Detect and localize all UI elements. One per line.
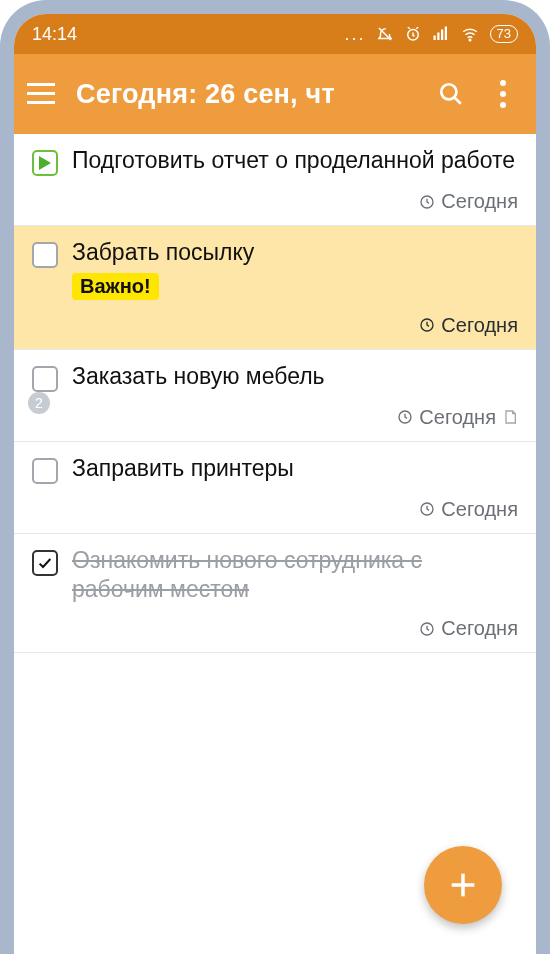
wifi-icon <box>460 25 480 43</box>
task-due-label: Сегодня <box>441 498 518 521</box>
search-button[interactable] <box>434 77 468 111</box>
menu-button[interactable] <box>24 77 58 111</box>
task-item[interactable]: Заправить принтеры Сегодня <box>14 442 536 534</box>
task-item[interactable]: Заказать новую мебель 2 Сегодня <box>14 350 536 442</box>
task-item[interactable]: Ознакомить нового сотрудника с рабочим м… <box>14 534 536 654</box>
page-title: Сегодня: 26 сен, чт <box>76 79 416 110</box>
task-checkbox[interactable] <box>32 242 58 268</box>
status-bar: 14:14 ... 73 <box>14 14 536 54</box>
note-icon <box>502 409 518 425</box>
task-due: Сегодня <box>32 190 518 213</box>
task-item[interactable]: Подготовить отчет о проделанной работе С… <box>14 134 536 226</box>
clock-icon <box>419 317 435 333</box>
svg-point-10 <box>441 84 456 99</box>
hamburger-icon <box>27 83 55 105</box>
alarm-icon <box>404 25 422 43</box>
task-tag: Важно! <box>72 273 159 300</box>
svg-point-6 <box>469 39 471 41</box>
clock-icon <box>397 409 413 425</box>
task-due: Сегодня <box>32 314 518 337</box>
task-title: Ознакомить нового сотрудника с рабочим м… <box>72 546 518 604</box>
svg-rect-9 <box>27 101 55 104</box>
svg-rect-3 <box>437 33 439 41</box>
signal-icon <box>432 25 450 43</box>
more-button[interactable] <box>486 77 520 111</box>
kebab-icon <box>491 80 515 108</box>
task-due-label: Сегодня <box>441 190 518 213</box>
svg-rect-8 <box>27 92 55 95</box>
svg-rect-5 <box>444 27 446 41</box>
task-due-label: Сегодня <box>441 617 518 640</box>
task-checkbox[interactable] <box>32 366 58 392</box>
status-indicators: ... 73 <box>345 24 518 45</box>
task-list[interactable]: Подготовить отчет о проделанной работе С… <box>14 134 536 653</box>
subtask-count-badge: 2 <box>28 392 50 414</box>
svg-rect-7 <box>27 83 55 86</box>
task-checkbox[interactable] <box>32 150 58 176</box>
task-title: Заправить принтеры <box>72 454 518 483</box>
phone-frame: 14:14 ... 73 Сегодня: 26 сен, чт <box>0 0 550 954</box>
clock-icon <box>419 194 435 210</box>
task-checkbox[interactable] <box>32 550 58 576</box>
task-title: Забрать посылку <box>72 238 518 267</box>
clock-icon <box>419 501 435 517</box>
clock-icon <box>419 621 435 637</box>
plus-icon <box>446 868 480 902</box>
svg-marker-12 <box>39 156 51 170</box>
clock: 14:14 <box>32 24 77 45</box>
add-task-button[interactable] <box>424 846 502 924</box>
task-checkbox[interactable] <box>32 458 58 484</box>
svg-line-11 <box>454 97 461 104</box>
task-title: Заказать новую мебель <box>72 362 518 391</box>
app-bar: Сегодня: 26 сен, чт <box>14 54 536 134</box>
task-due: Сегодня <box>32 498 518 521</box>
play-icon <box>39 156 51 170</box>
dots-icon: ... <box>345 24 366 45</box>
task-due-label: Сегодня <box>441 314 518 337</box>
task-due-label: Сегодня <box>419 406 496 429</box>
battery-indicator: 73 <box>490 25 518 43</box>
task-due: Сегодня <box>32 406 518 429</box>
task-title: Подготовить отчет о проделанной работе <box>72 146 518 175</box>
check-icon <box>37 555 53 571</box>
mute-icon <box>376 25 394 43</box>
svg-rect-4 <box>441 30 443 41</box>
task-due: Сегодня <box>32 617 518 640</box>
svg-rect-2 <box>433 36 435 41</box>
search-icon <box>438 81 464 107</box>
task-item[interactable]: Забрать посылку Важно! Сегодня <box>14 226 536 350</box>
